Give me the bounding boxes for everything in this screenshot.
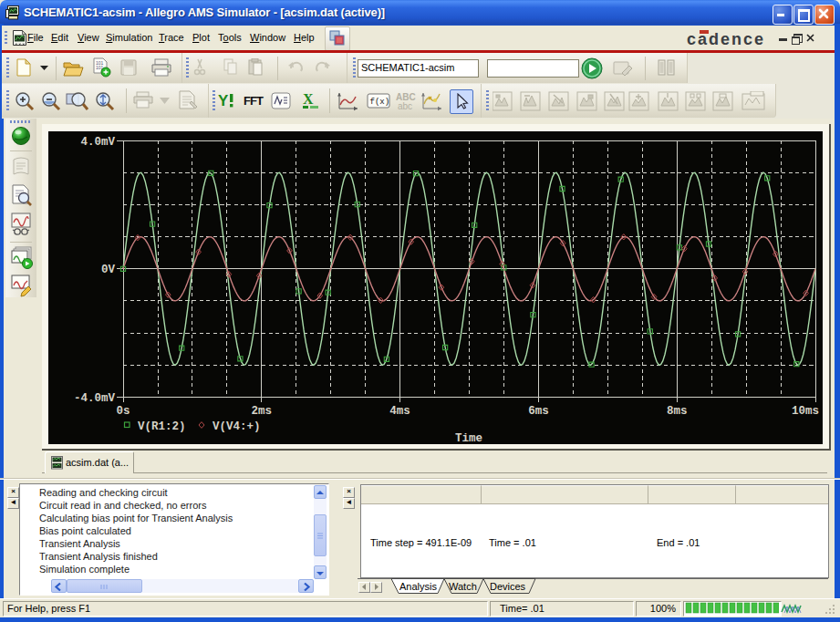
svg-text:2ms: 2ms (252, 405, 273, 418)
svg-text:Devices: Devices (490, 581, 526, 592)
svg-text:8ms: 8ms (667, 405, 688, 418)
svg-text:FFT: FFT (244, 94, 264, 108)
svg-text:0V: 0V (101, 264, 116, 276)
svg-text:Analysis: Analysis (399, 581, 437, 592)
svg-text:6ms: 6ms (528, 405, 549, 418)
svg-text:Y: Y (218, 92, 229, 109)
svg-text:-4.0mV: -4.0mV (74, 392, 116, 405)
svg-text:0s: 0s (116, 405, 130, 418)
svg-text:10ms: 10ms (792, 405, 819, 418)
svg-text:4.0mV: 4.0mV (80, 136, 115, 149)
svg-text:f(x): f(x) (370, 98, 390, 107)
svg-text:X: X (303, 91, 314, 107)
svg-text:V(R1:2): V(R1:2) (138, 420, 186, 433)
svg-text:4ms: 4ms (389, 405, 410, 418)
svg-text:abc: abc (398, 101, 412, 111)
svg-text:V(V4:+): V(V4:+) (213, 420, 261, 433)
svg-text:Time: Time (455, 432, 482, 444)
svg-text:Watch: Watch (449, 581, 477, 592)
